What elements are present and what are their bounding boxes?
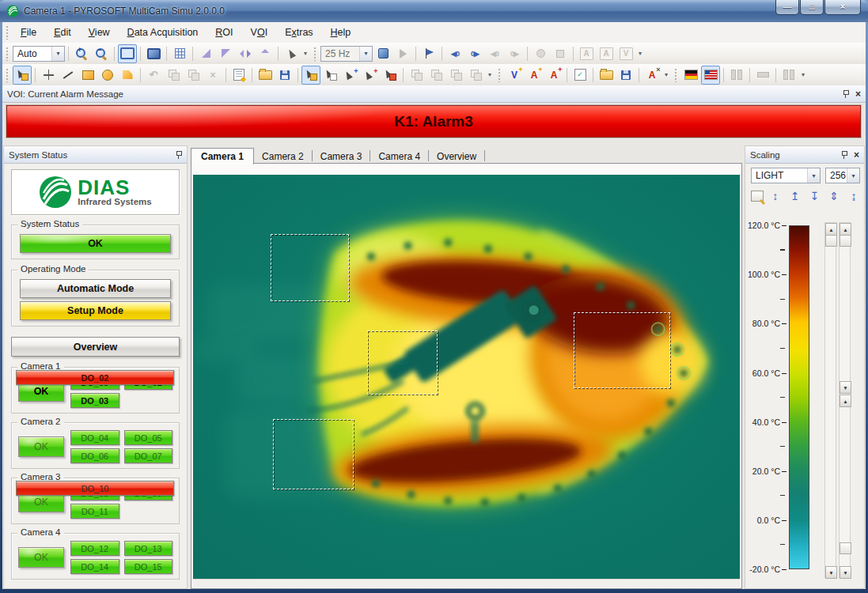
rotate-left-button[interactable] (196, 44, 215, 63)
flip-horizontal-button[interactable] (236, 44, 255, 63)
toolbar-grip[interactable] (498, 68, 502, 82)
menu-item-roi[interactable]: ROI (207, 22, 241, 43)
tab-camera-2[interactable]: Camera 2 (254, 149, 312, 164)
roi-delete-mode-button[interactable] (381, 66, 400, 85)
add-voi-button[interactable]: V+ (505, 66, 524, 85)
toolbar-grip[interactable] (6, 25, 9, 40)
delete-roi-button[interactable]: × (203, 66, 222, 85)
tab-camera-4[interactable]: Camera 4 (370, 149, 428, 164)
menu-item-voi[interactable]: VOI (242, 22, 277, 43)
do-02-button[interactable]: DO_02 (16, 370, 174, 385)
select-roi-tool-button[interactable] (13, 66, 32, 85)
do-15-button[interactable]: DO_15 (124, 559, 173, 574)
tab-overview[interactable]: Overview (429, 149, 484, 164)
align-rois-button[interactable] (446, 66, 465, 85)
copy-roi-button[interactable] (164, 66, 183, 85)
thermal-image-view[interactable] (193, 175, 740, 579)
scrollbar-thumb[interactable] (840, 235, 851, 247)
export-image-button[interactable]: A (597, 44, 616, 63)
menu-item-extras[interactable]: Extras (276, 22, 321, 43)
flip-vertical-button[interactable] (256, 44, 275, 63)
start-acquisition-button[interactable] (393, 44, 412, 63)
ellipse-tool-button[interactable] (98, 66, 117, 85)
hold-button[interactable] (779, 66, 798, 85)
zoom-in-button[interactable]: + (72, 44, 91, 63)
save-roi-file-button[interactable] (275, 66, 294, 85)
do-14-button[interactable]: DO_14 (70, 559, 119, 574)
roi-box-4[interactable] (574, 312, 670, 388)
pin-icon[interactable] (842, 90, 849, 98)
menu-item-data-acquisition[interactable]: Data Acquisition (119, 22, 207, 43)
add-alarm-button[interactable]: A+ (525, 66, 544, 85)
do-04-button[interactable]: DO_04 (70, 430, 119, 445)
scroll-down-button[interactable]: ▼ (825, 566, 837, 579)
automatic-mode-button[interactable]: Automatic Mode (20, 279, 171, 298)
levels-combo[interactable]: 256 ▾ (825, 168, 860, 183)
scroll-down-button[interactable]: ▼ (840, 566, 851, 579)
language-english-button[interactable] (701, 66, 720, 85)
freeze-button[interactable] (753, 66, 772, 85)
scroll-down-button[interactable]: ▼ (840, 381, 851, 394)
do-10-button[interactable]: DO_10 (16, 481, 174, 496)
polygon-tool-button[interactable] (118, 66, 137, 85)
overview-button[interactable]: Overview (11, 337, 180, 357)
scaling-properties-icon[interactable] (751, 191, 764, 202)
do-13-button[interactable]: DO_13 (124, 541, 173, 556)
scroll-up-button[interactable]: ▲ (840, 395, 851, 407)
palette-combo[interactable]: LIGHT ▾ (751, 168, 821, 183)
voi-configuration-button[interactable]: ✓ (570, 66, 589, 85)
record-save-button[interactable] (531, 44, 550, 63)
open-roi-file-button[interactable] (256, 66, 275, 85)
roi-label-mode-button[interactable] (321, 66, 340, 85)
arrange-rois-button[interactable] (466, 66, 485, 85)
next-alarm-button[interactable]: 0▶ (465, 44, 484, 63)
do-06-button[interactable]: DO_06 (70, 448, 119, 463)
ungroup-rois-button[interactable] (426, 66, 445, 85)
system-status-ok-button[interactable]: OK (20, 234, 171, 253)
full-view-button[interactable] (144, 44, 163, 63)
toolbar-overflow-icon[interactable]: ▾ (636, 50, 644, 57)
chevron-down-icon[interactable]: ▾ (847, 168, 859, 183)
roi-select-mode-button[interactable] (301, 66, 320, 85)
menu-item-help[interactable]: Help (322, 22, 360, 43)
zoom-level-combo[interactable]: Auto ▾ (13, 46, 65, 62)
next-event-button[interactable]: 0▶ (505, 44, 524, 63)
horizontal-scrollbar[interactable] (193, 579, 740, 587)
toolbar-overflow-icon[interactable]: ▾ (662, 71, 670, 78)
menu-item-edit[interactable]: Edit (45, 22, 80, 43)
minimize-button[interactable]: — (775, 0, 799, 15)
autoscale-icon[interactable]: ↕ (768, 190, 783, 202)
framerate-combo[interactable]: 25 Hz ▾ (320, 46, 373, 62)
do-05-button[interactable]: DO_05 (124, 430, 173, 445)
copy-image-button[interactable]: V (616, 44, 635, 63)
line-tool-button[interactable] (59, 66, 78, 85)
toolbar-grip[interactable] (674, 68, 678, 82)
group-rois-button[interactable] (407, 66, 426, 85)
scale-min-scrollbar[interactable]: ▲ ▼ ▲ ▼ (839, 222, 851, 578)
language-german-button[interactable] (681, 66, 700, 85)
roi-box-1[interactable] (271, 234, 348, 302)
do-11-button[interactable]: DO_11 (70, 504, 119, 519)
chevron-down-icon[interactable]: ▾ (51, 47, 64, 61)
rectangle-tool-button[interactable] (78, 66, 97, 85)
grid-button[interactable] (170, 44, 189, 63)
open-voi-file-button[interactable] (597, 66, 616, 85)
toolbar-overflow-icon[interactable]: ▾ (486, 71, 494, 78)
chevron-down-icon[interactable]: ▾ (807, 168, 820, 183)
menu-item-view[interactable]: View (80, 22, 119, 43)
pause-display-button[interactable] (727, 66, 746, 85)
stop-acquisition-button[interactable] (373, 44, 392, 63)
point-tool-button[interactable] (39, 66, 58, 85)
pin-icon[interactable] (840, 151, 847, 159)
camera-2-status-button[interactable]: OK (18, 436, 64, 457)
menu-item-file[interactable]: File (12, 22, 45, 43)
toolbar-grip[interactable] (6, 47, 9, 61)
cursor-mode-button[interactable] (282, 44, 301, 63)
compress-range-icon[interactable]: ↨ (846, 190, 862, 202)
record-stop-button[interactable] (551, 44, 570, 63)
paste-roi-button[interactable] (184, 66, 203, 85)
roi-add-alarm-button[interactable]: + (361, 66, 380, 85)
camera-4-status-button[interactable]: OK (18, 547, 64, 568)
scrollbar-thumb[interactable] (840, 542, 851, 554)
save-image-button[interactable]: A (577, 44, 596, 63)
